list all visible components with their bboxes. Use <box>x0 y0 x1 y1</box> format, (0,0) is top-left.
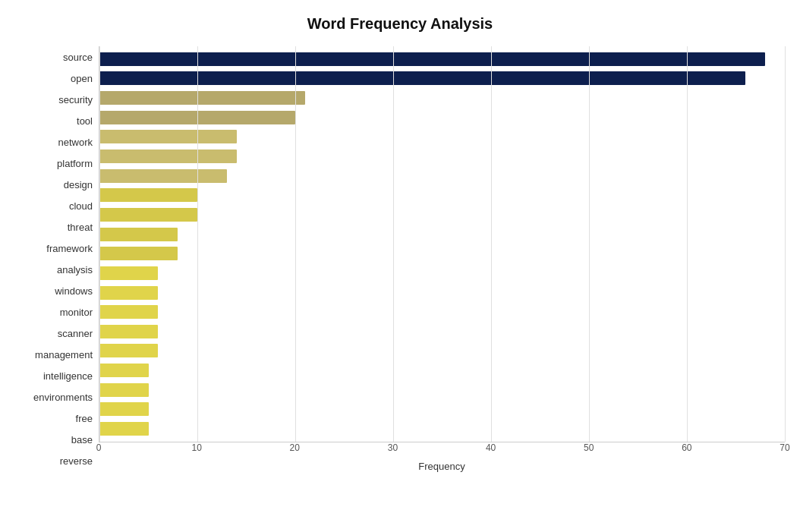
bar-row <box>99 382 785 398</box>
bar-row <box>99 227 785 242</box>
bar-row <box>99 343 785 358</box>
grid-line <box>197 46 198 442</box>
bar-row <box>99 129 785 144</box>
bar <box>99 188 197 202</box>
bar-row <box>99 90 785 105</box>
x-tick-label: 10 <box>191 442 201 453</box>
bars-inner <box>99 46 785 442</box>
grid-line <box>491 46 492 442</box>
y-label: free <box>76 411 93 427</box>
bar <box>99 52 765 66</box>
bar-row <box>99 52 785 67</box>
y-label: windows <box>55 283 93 300</box>
bar <box>99 402 149 416</box>
x-tick-label: 60 <box>682 442 691 453</box>
bar <box>99 344 158 357</box>
bar <box>99 266 158 280</box>
bars-and-x: 010203040506070 Frequency <box>99 46 785 472</box>
y-label: tool <box>77 112 93 129</box>
bar <box>99 130 237 143</box>
chart-area: sourceopensecuritytoolnetworkplatformdes… <box>15 46 785 472</box>
bar <box>99 150 237 163</box>
y-label: base <box>71 432 93 449</box>
y-label: scanner <box>58 326 93 342</box>
bar <box>99 208 197 222</box>
y-labels: sourceopensecuritytoolnetworkplatformdes… <box>15 46 99 472</box>
y-label: intelligence <box>43 368 93 385</box>
x-axis-label: Frequency <box>99 461 785 472</box>
bar-row <box>99 304 785 320</box>
grid-line <box>393 46 394 442</box>
bar-row <box>99 285 785 301</box>
chart-title: Word Frequency Analysis <box>15 15 785 33</box>
y-label: cloud <box>69 197 93 214</box>
x-tick-label: 0 <box>96 442 102 453</box>
y-label: monitor <box>60 304 93 321</box>
x-tick-label: 50 <box>584 442 594 453</box>
y-label: design <box>64 176 93 193</box>
bar <box>99 286 158 300</box>
bar <box>99 305 158 319</box>
y-label: reverse <box>60 453 93 470</box>
bar-row <box>99 324 785 339</box>
bar <box>99 422 149 436</box>
bar-row <box>99 246 785 261</box>
x-ticks-container: 010203040506070 <box>99 442 785 458</box>
bar-row <box>99 266 785 281</box>
bar-row <box>99 110 785 125</box>
grid-line <box>295 46 296 442</box>
y-label: open <box>71 70 93 87</box>
bar <box>99 364 149 377</box>
grid-line <box>785 46 786 442</box>
y-label: network <box>58 134 93 150</box>
bar <box>99 228 178 241</box>
x-tick-label: 40 <box>486 442 496 453</box>
y-label: threat <box>68 219 93 235</box>
x-tick-label: 20 <box>290 442 300 453</box>
bar <box>99 71 745 85</box>
y-label: source <box>63 49 93 65</box>
bar <box>99 383 149 397</box>
x-tick-label: 30 <box>388 442 398 453</box>
chart-container: Word Frequency Analysis sourceopensecuri… <box>0 0 800 532</box>
x-tick-label: 70 <box>780 442 789 453</box>
bars-panel <box>99 46 785 442</box>
bar-row <box>99 363 785 378</box>
bar <box>99 325 158 338</box>
bar-row <box>99 421 785 436</box>
y-label: platform <box>57 155 93 172</box>
y-label: security <box>58 91 93 108</box>
bar <box>99 247 178 260</box>
bar <box>99 91 305 105</box>
y-label: analysis <box>57 261 93 278</box>
bar-row <box>99 401 785 417</box>
y-label: management <box>35 347 93 364</box>
bar <box>99 169 227 183</box>
y-label: framework <box>46 240 93 257</box>
bar-row <box>99 149 785 164</box>
grid-line <box>99 46 100 442</box>
bar-row <box>99 71 785 86</box>
grid-line <box>589 46 590 442</box>
bar-row <box>99 187 785 203</box>
bar-row <box>99 168 785 184</box>
grid-line <box>687 46 688 442</box>
y-label: environments <box>33 389 93 406</box>
bar-row <box>99 207 785 222</box>
